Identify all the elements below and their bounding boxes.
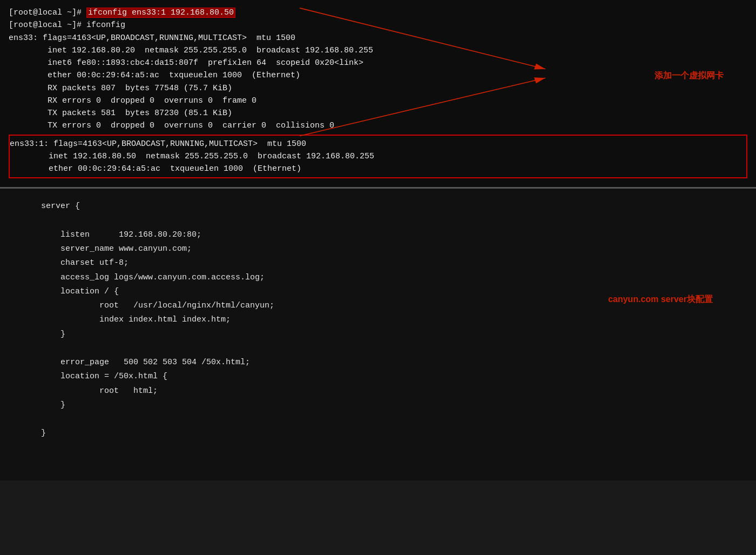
config-annotation: canyun.com server块配置	[608, 294, 713, 305]
terminal-prompt-line-1: [root@local ~]# ifconfig ens33:1 192.168…	[9, 6, 747, 19]
terminal-command-highlight: ifconfig ens33:1 192.168.80.50	[86, 8, 235, 18]
config-code-block: server { listen 192.168.80.20:80; server…	[22, 199, 734, 440]
config-line-blank-1	[22, 214, 734, 228]
config-line-close-server: }	[22, 426, 734, 440]
config-line-access-log: access_log logs/www.canyun.com.access.lo…	[22, 271, 734, 285]
ens33-1-line-1: ens33:1: flags=4163<UP,BROADCAST,RUNNING…	[10, 138, 746, 150]
terminal-output-line-6: RX errors 0 dropped 0 overruns 0 frame 0	[9, 95, 747, 107]
highlight-box: ens33:1: flags=4163<UP,BROADCAST,RUNNING…	[9, 135, 747, 179]
terminal-prompt-line-2: [root@local ~]# ifconfig	[9, 19, 747, 31]
config-section: server { listen 192.168.80.20:80; server…	[0, 189, 756, 480]
terminal-output-line-8: TX errors 0 dropped 0 overruns 0 carrier…	[9, 119, 747, 132]
terminal-output-line-4: ether 00:0c:29:64:a5:ac txqueuelen 1000 …	[9, 69, 747, 82]
terminal-output-line-1: ens33: flags=4163<UP,BROADCAST,RUNNING,M…	[9, 32, 747, 44]
terminal-output-line-7: TX packets 581 bytes 87230 (85.1 KiB)	[9, 107, 747, 119]
config-line-root-html: root html;	[22, 384, 734, 398]
config-line-server-name: server_name www.canyun.com;	[22, 242, 734, 256]
config-line-close-2: }	[22, 398, 734, 412]
config-line-listen: listen 192.168.80.20:80;	[22, 228, 734, 242]
terminal-output-line-2: inet 192.168.80.20 netmask 255.255.255.0…	[9, 44, 747, 57]
config-line-location-50x: location = /50x.html {	[22, 370, 734, 384]
ens33-1-line-2: inet 192.168.80.50 netmask 255.255.255.0…	[10, 150, 746, 163]
terminal-prompt: [root@local ~]#	[9, 8, 86, 17]
config-line-close-1: }	[22, 327, 734, 342]
terminal-output-block-1: ens33: flags=4163<UP,BROADCAST,RUNNING,M…	[9, 32, 747, 132]
terminal-section: [root@local ~]# ifconfig ens33:1 192.168…	[0, 0, 756, 189]
config-line-blank-3	[22, 412, 734, 426]
terminal-output-line-5: RX packets 807 bytes 77548 (75.7 KiB)	[9, 82, 747, 95]
config-line-1: server {	[22, 199, 734, 213]
config-line-error-page: error_page 500 502 503 504 /50x.html;	[22, 356, 734, 370]
ens33-1-line-3: ether 00:0c:29:64:a5:ac txqueuelen 1000 …	[10, 163, 746, 175]
terminal-output-line-3: inet6 fe80::1893:cbc4:da15:807f prefixle…	[9, 57, 747, 69]
config-line-index: index index.html index.htm;	[22, 313, 734, 327]
terminal-annotation: 添加一个虚拟网卡	[654, 70, 724, 82]
config-line-blank-2	[22, 342, 734, 356]
config-line-charset: charset utf-8;	[22, 256, 734, 270]
terminal-prompt-2: [root@local ~]# ifconfig	[9, 21, 125, 30]
